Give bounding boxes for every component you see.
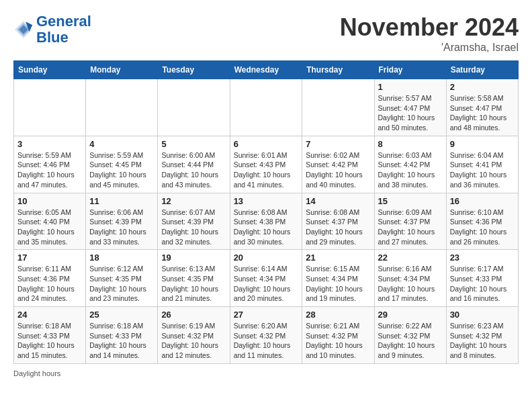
calendar-week-row: 24Sunrise: 6:18 AM Sunset: 4:33 PM Dayli… <box>14 307 519 364</box>
day-number: 6 <box>234 139 299 149</box>
calendar-cell: 13Sunrise: 6:08 AM Sunset: 4:38 PM Dayli… <box>230 193 302 250</box>
page-header: General Blue November 2024 'Aramsha, Isr… <box>13 13 519 54</box>
calendar-cell: 12Sunrise: 6:07 AM Sunset: 4:39 PM Dayli… <box>158 193 230 250</box>
day-info: Sunrise: 6:13 AM Sunset: 4:35 PM Dayligh… <box>161 264 226 304</box>
weekday-header: Thursday <box>302 61 374 79</box>
day-number: 21 <box>306 253 370 263</box>
day-number: 29 <box>378 310 443 320</box>
calendar-cell: 29Sunrise: 6:22 AM Sunset: 4:32 PM Dayli… <box>374 307 446 364</box>
day-number: 19 <box>161 253 226 263</box>
day-number: 17 <box>17 253 82 263</box>
logo-icon <box>13 19 34 40</box>
day-number: 9 <box>450 139 515 149</box>
day-number: 26 <box>161 310 226 320</box>
month-title: November 2024 <box>340 13 519 42</box>
day-number: 18 <box>89 253 154 263</box>
calendar-cell: 27Sunrise: 6:20 AM Sunset: 4:32 PM Dayli… <box>230 307 302 364</box>
calendar-cell: 9Sunrise: 6:04 AM Sunset: 4:41 PM Daylig… <box>446 136 518 193</box>
day-info: Sunrise: 6:03 AM Sunset: 4:42 PM Dayligh… <box>378 150 443 190</box>
calendar-cell: 6Sunrise: 6:01 AM Sunset: 4:43 PM Daylig… <box>230 136 302 193</box>
calendar-cell: 8Sunrise: 6:03 AM Sunset: 4:42 PM Daylig… <box>374 136 446 193</box>
weekday-header: Tuesday <box>158 61 230 79</box>
day-number: 27 <box>234 310 299 320</box>
calendar-cell: 10Sunrise: 6:05 AM Sunset: 4:40 PM Dayli… <box>14 193 86 250</box>
calendar-cell: 15Sunrise: 6:09 AM Sunset: 4:37 PM Dayli… <box>374 193 446 250</box>
calendar-cell: 18Sunrise: 6:12 AM Sunset: 4:35 PM Dayli… <box>86 250 158 307</box>
calendar-table: SundayMondayTuesdayWednesdayThursdayFrid… <box>13 60 519 364</box>
day-number: 24 <box>17 310 82 320</box>
calendar-cell: 24Sunrise: 6:18 AM Sunset: 4:33 PM Dayli… <box>14 307 86 364</box>
day-info: Sunrise: 6:04 AM Sunset: 4:41 PM Dayligh… <box>450 150 515 190</box>
day-info: Sunrise: 6:10 AM Sunset: 4:36 PM Dayligh… <box>450 208 515 247</box>
day-info: Sunrise: 6:15 AM Sunset: 4:34 PM Dayligh… <box>306 264 370 304</box>
calendar-cell: 26Sunrise: 6:19 AM Sunset: 4:32 PM Dayli… <box>158 307 230 364</box>
calendar-cell: 21Sunrise: 6:15 AM Sunset: 4:34 PM Dayli… <box>302 250 374 307</box>
calendar-cell <box>158 79 230 136</box>
day-number: 25 <box>89 310 154 320</box>
calendar-cell: 1Sunrise: 5:57 AM Sunset: 4:47 PM Daylig… <box>374 79 446 136</box>
day-number: 28 <box>306 310 370 320</box>
calendar-week-row: 17Sunrise: 6:11 AM Sunset: 4:36 PM Dayli… <box>14 250 519 307</box>
day-info: Sunrise: 5:59 AM Sunset: 4:45 PM Dayligh… <box>89 150 154 190</box>
day-info: Sunrise: 5:57 AM Sunset: 4:47 PM Dayligh… <box>378 93 443 133</box>
day-number: 7 <box>306 139 370 149</box>
weekday-header: Monday <box>86 61 158 79</box>
day-info: Sunrise: 6:18 AM Sunset: 4:33 PM Dayligh… <box>17 321 82 361</box>
weekday-header: Saturday <box>446 61 518 79</box>
weekday-header: Sunday <box>14 61 86 79</box>
calendar-cell <box>86 79 158 136</box>
calendar-week-row: 3Sunrise: 5:59 AM Sunset: 4:46 PM Daylig… <box>14 136 519 193</box>
location: 'Aramsha, Israel <box>340 42 519 54</box>
day-number: 30 <box>450 310 515 320</box>
day-info: Sunrise: 6:07 AM Sunset: 4:39 PM Dayligh… <box>161 208 226 247</box>
day-info: Sunrise: 6:12 AM Sunset: 4:35 PM Dayligh… <box>89 264 154 304</box>
day-info: Sunrise: 6:08 AM Sunset: 4:38 PM Dayligh… <box>234 208 299 247</box>
day-number: 16 <box>450 196 515 206</box>
day-info: Sunrise: 6:20 AM Sunset: 4:32 PM Dayligh… <box>234 321 299 361</box>
calendar-cell: 22Sunrise: 6:16 AM Sunset: 4:34 PM Dayli… <box>374 250 446 307</box>
day-info: Sunrise: 6:01 AM Sunset: 4:43 PM Dayligh… <box>234 150 299 190</box>
calendar-cell: 7Sunrise: 6:02 AM Sunset: 4:42 PM Daylig… <box>302 136 374 193</box>
day-info: Sunrise: 6:23 AM Sunset: 4:32 PM Dayligh… <box>450 321 515 361</box>
day-number: 10 <box>17 196 82 206</box>
calendar-cell: 28Sunrise: 6:21 AM Sunset: 4:32 PM Dayli… <box>302 307 374 364</box>
day-info: Sunrise: 5:59 AM Sunset: 4:46 PM Dayligh… <box>17 150 82 190</box>
day-info: Sunrise: 6:17 AM Sunset: 4:33 PM Dayligh… <box>450 264 515 304</box>
calendar-cell: 16Sunrise: 6:10 AM Sunset: 4:36 PM Dayli… <box>446 193 518 250</box>
day-info: Sunrise: 6:08 AM Sunset: 4:37 PM Dayligh… <box>306 208 370 247</box>
day-info: Sunrise: 6:22 AM Sunset: 4:32 PM Dayligh… <box>378 321 443 361</box>
day-info: Sunrise: 6:00 AM Sunset: 4:44 PM Dayligh… <box>161 150 226 190</box>
day-info: Sunrise: 6:19 AM Sunset: 4:32 PM Dayligh… <box>161 321 226 361</box>
calendar-cell: 17Sunrise: 6:11 AM Sunset: 4:36 PM Dayli… <box>14 250 86 307</box>
day-number: 1 <box>378 82 443 92</box>
logo-text: General Blue <box>36 13 91 46</box>
day-info: Sunrise: 6:02 AM Sunset: 4:42 PM Dayligh… <box>306 150 370 190</box>
calendar-cell: 3Sunrise: 5:59 AM Sunset: 4:46 PM Daylig… <box>14 136 86 193</box>
calendar-cell: 30Sunrise: 6:23 AM Sunset: 4:32 PM Dayli… <box>446 307 518 364</box>
calendar-header: SundayMondayTuesdayWednesdayThursdayFrid… <box>14 61 519 79</box>
calendar-week-row: 10Sunrise: 6:05 AM Sunset: 4:40 PM Dayli… <box>14 193 519 250</box>
day-number: 13 <box>234 196 299 206</box>
day-number: 22 <box>378 253 443 263</box>
day-number: 23 <box>450 253 515 263</box>
day-info: Sunrise: 6:11 AM Sunset: 4:36 PM Dayligh… <box>17 264 82 304</box>
day-info: Sunrise: 5:58 AM Sunset: 4:47 PM Dayligh… <box>450 93 515 133</box>
calendar-cell: 23Sunrise: 6:17 AM Sunset: 4:33 PM Dayli… <box>446 250 518 307</box>
day-number: 3 <box>17 139 82 149</box>
day-info: Sunrise: 6:06 AM Sunset: 4:39 PM Dayligh… <box>89 208 154 247</box>
weekday-header: Wednesday <box>230 61 302 79</box>
weekday-header-row: SundayMondayTuesdayWednesdayThursdayFrid… <box>14 61 519 79</box>
day-info: Sunrise: 6:21 AM Sunset: 4:32 PM Dayligh… <box>306 321 370 361</box>
calendar-cell: 20Sunrise: 6:14 AM Sunset: 4:34 PM Dayli… <box>230 250 302 307</box>
day-number: 11 <box>89 196 154 206</box>
calendar-cell: 2Sunrise: 5:58 AM Sunset: 4:47 PM Daylig… <box>446 79 518 136</box>
calendar-cell <box>302 79 374 136</box>
day-number: 5 <box>161 139 226 149</box>
footer-note: Daylight hours <box>13 369 519 377</box>
day-number: 14 <box>306 196 370 206</box>
calendar-cell: 4Sunrise: 5:59 AM Sunset: 4:45 PM Daylig… <box>86 136 158 193</box>
day-info: Sunrise: 6:09 AM Sunset: 4:37 PM Dayligh… <box>378 208 443 247</box>
calendar-cell: 11Sunrise: 6:06 AM Sunset: 4:39 PM Dayli… <box>86 193 158 250</box>
day-number: 20 <box>234 253 299 263</box>
title-area: November 2024 'Aramsha, Israel <box>340 13 519 54</box>
